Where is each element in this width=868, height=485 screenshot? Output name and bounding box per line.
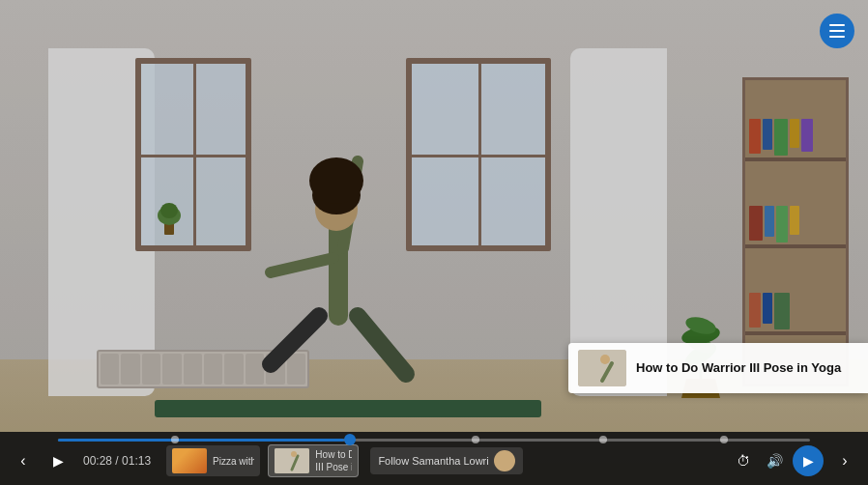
time-display: 00:28 / 01:13 [83,454,151,468]
play-button[interactable]: ▶ [44,447,72,474]
follow-label: Follow Samantha Lowri [378,455,488,467]
carousel-title-pizza: Pizza with Black Olive... [213,455,254,468]
follow-button[interactable]: Follow Samantha Lowri [370,447,522,474]
carousel-item-warrior[interactable]: How to Do WarriorIII Pose in Yoga [268,444,359,477]
carousel-thumb-warrior [275,448,309,473]
carousel-thumb-pizza [172,448,207,473]
progress-fill [58,439,344,442]
progress-container[interactable] [0,436,868,443]
video-overlay [0,0,868,485]
menu-button[interactable] [820,14,854,48]
carousel: Pizza with Black Olive... How to Do Warr… [166,444,359,477]
timer-button[interactable]: ⏱ [731,448,756,473]
controls-row: ‹ ▶ 00:28 / 01:13 Pizza with Black Olive… [0,443,868,478]
carousel-title-warrior: How to Do WarriorIII Pose in Yoga [315,448,352,473]
chapter-dot-2 [344,434,356,445]
carousel-item-pizza[interactable]: Pizza with Black Olive... [166,445,260,476]
follow-avatar [494,450,515,471]
next-button[interactable]: › [831,447,858,474]
chapter-dot-5 [720,436,728,443]
right-controls: ⏱ 🔊 ▶ [731,445,824,476]
prev-button[interactable]: ‹ [10,447,37,474]
video-background [0,0,868,485]
suggested-card-thumbnail [578,350,626,386]
svg-point-22 [291,451,297,457]
bottom-bar: ‹ ▶ 00:28 / 01:13 Pizza with Black Olive… [0,432,868,485]
progress-track[interactable] [58,439,810,442]
next-blue-button[interactable]: ▶ [793,445,824,476]
volume-button[interactable]: 🔊 [762,448,787,473]
suggested-card-top[interactable]: How to Do Warrior III Pose in Yoga [568,343,868,393]
hamburger-icon [829,24,845,38]
chapter-dot-1 [171,436,179,443]
chapter-dot-4 [599,436,607,443]
suggested-card-title: How to Do Warrior III Pose in Yoga [636,360,841,377]
svg-point-19 [600,355,610,364]
chapter-dot-3 [472,436,479,443]
